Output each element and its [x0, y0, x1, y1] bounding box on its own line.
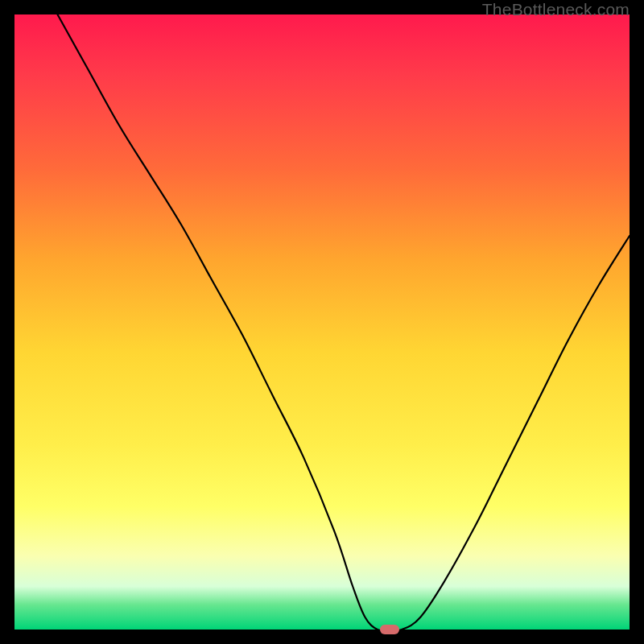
bottleneck-curve	[14, 14, 630, 630]
chart-container: TheBottleneck.com	[0, 0, 644, 644]
current-config-marker	[380, 625, 399, 634]
watermark: TheBottleneck.com	[482, 0, 630, 19]
